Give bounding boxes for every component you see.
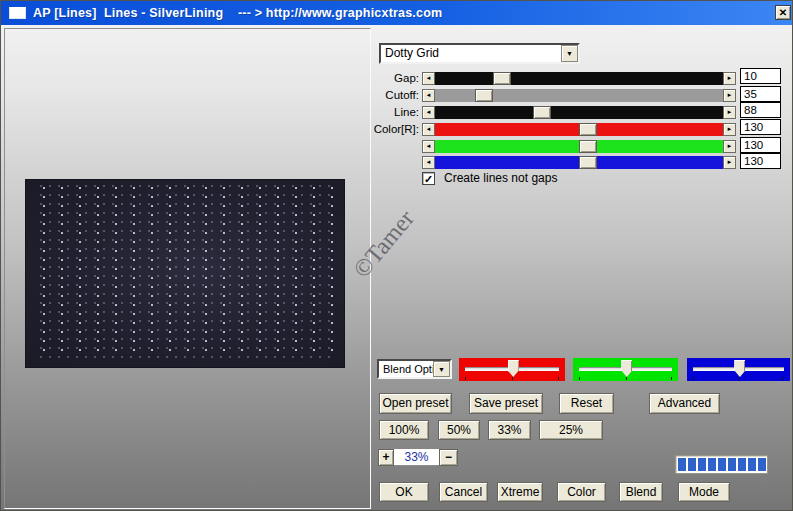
- color-b-slider[interactable]: ◄ ►: [422, 156, 736, 169]
- zoom-25-button[interactable]: 25%: [539, 420, 603, 440]
- line-label: Line:: [339, 106, 419, 119]
- color-b-slider-track[interactable]: [435, 156, 723, 169]
- color-r-slider-thumb[interactable]: [579, 123, 597, 136]
- progress-segment: [748, 458, 756, 471]
- tick-mark: [739, 377, 740, 380]
- chevron-down-icon[interactable]: ▼: [433, 361, 450, 377]
- preset-dropdown[interactable]: Dotty Grid ▼: [379, 43, 580, 64]
- tick-mark: [558, 377, 559, 380]
- window-icon: [9, 7, 26, 19]
- green-channel-thumb[interactable]: [621, 360, 632, 377]
- progress-segment: [728, 458, 736, 471]
- chevron-down-icon[interactable]: ▼: [561, 45, 578, 62]
- progress-segment: [688, 458, 696, 471]
- create-lines-checkbox[interactable]: ✓: [422, 172, 435, 185]
- red-channel-thumb[interactable]: [508, 360, 519, 377]
- slider-left-icon[interactable]: ◄: [422, 106, 435, 119]
- preset-dropdown-value: Dotty Grid: [385, 46, 439, 60]
- slider-right-icon[interactable]: ►: [723, 156, 736, 169]
- ok-button[interactable]: OK: [379, 482, 429, 502]
- progress-segment: [718, 458, 726, 471]
- line-value-field[interactable]: 88: [740, 102, 781, 118]
- color-b-value-field[interactable]: 130: [740, 153, 781, 169]
- slider-right-icon[interactable]: ►: [723, 140, 736, 153]
- zoom-33-button[interactable]: 33%: [488, 420, 531, 440]
- progress-segment: [678, 458, 686, 471]
- zoom-in-button[interactable]: +: [378, 449, 394, 466]
- color-g-slider[interactable]: ◄ ►: [422, 140, 736, 153]
- color-r-slider-track[interactable]: [435, 123, 723, 136]
- slider-left-icon[interactable]: ◄: [422, 156, 435, 169]
- blue-channel-slider[interactable]: [687, 358, 790, 381]
- zoom-level-field[interactable]: 33%: [394, 449, 439, 466]
- color-b-slider-thumb[interactable]: [579, 156, 597, 169]
- cutoff-value-field[interactable]: 35: [740, 86, 781, 102]
- slider-left-icon[interactable]: ◄: [422, 140, 435, 153]
- progress-segment: [758, 458, 766, 471]
- line-slider-thumb[interactable]: [533, 106, 551, 119]
- xtreme-button[interactable]: Xtreme: [497, 482, 543, 502]
- color-g-value-field[interactable]: 130: [740, 137, 781, 153]
- cutoff-slider-thumb[interactable]: [475, 89, 493, 102]
- progress-bar: [675, 455, 768, 474]
- window-title: AP [Lines] Lines - SilverLining --- > ht…: [33, 6, 442, 20]
- cutoff-label: Cutoff:: [339, 89, 419, 102]
- zoom-50-button[interactable]: 50%: [438, 420, 480, 440]
- color-button[interactable]: Color: [557, 482, 606, 502]
- tick-mark: [693, 377, 694, 380]
- slider-left-icon[interactable]: ◄: [422, 72, 435, 85]
- red-channel-slider[interactable]: [459, 358, 565, 381]
- blend-button[interactable]: Blend: [619, 482, 663, 502]
- gap-slider[interactable]: ◄ ►: [422, 72, 736, 85]
- line-slider[interactable]: ◄ ►: [422, 106, 736, 119]
- progress-segment: [708, 458, 716, 471]
- close-button[interactable]: ✕: [775, 5, 791, 20]
- gap-label: Gap:: [339, 72, 419, 85]
- create-lines-label: Create lines not gaps: [444, 171, 557, 185]
- slider-right-icon[interactable]: ►: [723, 89, 736, 102]
- blend-options-dropdown[interactable]: Blend Opti ▼: [377, 359, 452, 379]
- green-channel-slider[interactable]: [573, 358, 678, 381]
- plugin-dialog: AP [Lines] Lines - SilverLining --- > ht…: [0, 0, 793, 511]
- tick-mark: [579, 377, 580, 380]
- cutoff-slider-track[interactable]: [435, 89, 723, 102]
- titlebar[interactable]: AP [Lines] Lines - SilverLining --- > ht…: [1, 1, 793, 25]
- progress-segment: [738, 458, 746, 471]
- cancel-button[interactable]: Cancel: [439, 482, 488, 502]
- advanced-button[interactable]: Advanced: [649, 393, 720, 414]
- open-preset-button[interactable]: Open preset: [379, 393, 452, 414]
- mode-button[interactable]: Mode: [678, 482, 730, 502]
- reset-button[interactable]: Reset: [559, 393, 614, 414]
- color-r-value-field[interactable]: 130: [740, 119, 781, 135]
- gap-slider-track[interactable]: [435, 72, 723, 85]
- color-g-slider-track[interactable]: [435, 140, 723, 153]
- slider-left-icon[interactable]: ◄: [422, 123, 435, 136]
- save-preset-button[interactable]: Save preset: [469, 393, 543, 414]
- tick-mark: [465, 377, 466, 380]
- tick-mark: [783, 377, 784, 380]
- tick-mark: [626, 377, 627, 380]
- progress-segment: [698, 458, 706, 471]
- gap-value-field[interactable]: 10: [740, 68, 781, 84]
- preview-panel: [4, 28, 371, 509]
- dotty-grid-pattern: [40, 185, 335, 358]
- slider-right-icon[interactable]: ►: [723, 123, 736, 136]
- line-slider-track[interactable]: [435, 106, 723, 119]
- color-r-slider[interactable]: ◄ ►: [422, 123, 736, 136]
- slider-left-icon[interactable]: ◄: [422, 89, 435, 102]
- blend-options-value: Blend Opti: [383, 363, 434, 375]
- slider-right-icon[interactable]: ►: [723, 72, 736, 85]
- cutoff-slider[interactable]: ◄ ►: [422, 89, 736, 102]
- gap-slider-thumb[interactable]: [493, 72, 511, 85]
- tick-mark: [671, 377, 672, 380]
- zoom-100-button[interactable]: 100%: [379, 420, 429, 440]
- zoom-out-button[interactable]: −: [439, 449, 458, 466]
- blue-channel-thumb[interactable]: [734, 360, 745, 377]
- color-r-label: Color[R]:: [339, 123, 419, 136]
- color-g-slider-thumb[interactable]: [579, 140, 597, 153]
- slider-right-icon[interactable]: ►: [723, 106, 736, 119]
- preview-canvas[interactable]: [26, 180, 344, 367]
- tick-mark: [512, 377, 513, 380]
